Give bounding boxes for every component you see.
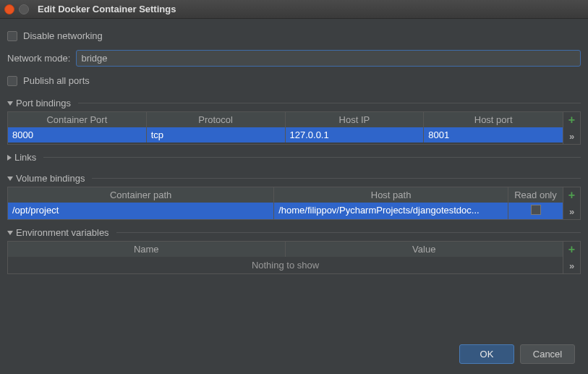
col-host-port: Host port <box>424 112 563 127</box>
cell-container-port: 8000 <box>8 127 147 143</box>
cell-host-port: 8001 <box>424 127 563 143</box>
env-vars-title: Environment variables <box>16 227 109 238</box>
disable-networking-label: Disable networking <box>23 30 103 41</box>
volume-bindings-title: Volume bindings <box>16 173 85 184</box>
window-title: Edit Docker Container Settings <box>38 4 176 14</box>
publish-all-ports-label: Publish all ports <box>23 75 90 86</box>
env-vars-empty: Nothing to show <box>8 257 563 273</box>
volume-bindings-add-button[interactable]: + <box>563 187 580 203</box>
more-icon: » <box>569 260 574 271</box>
table-row[interactable]: /opt/project /home/filippov/PycharmProje… <box>8 203 563 219</box>
disable-networking-checkbox[interactable] <box>7 31 17 41</box>
more-icon: » <box>569 206 574 217</box>
cell-protocol: tcp <box>147 127 286 143</box>
window-minimize-icon[interactable] <box>19 4 29 14</box>
port-bindings-header[interactable]: Port bindings <box>7 98 581 109</box>
title-bar: Edit Docker Container Settings <box>0 0 588 19</box>
read-only-checkbox[interactable] <box>531 205 541 215</box>
col-env-name: Name <box>8 242 286 257</box>
links-title: Links <box>14 152 36 163</box>
cell-host-path: /home/filippov/PycharmProjects/djangotes… <box>274 203 508 219</box>
chevron-down-icon <box>7 177 13 181</box>
chevron-down-icon <box>7 231 13 235</box>
plus-icon: + <box>568 114 575 127</box>
links-header[interactable]: Links <box>7 152 581 163</box>
table-row[interactable]: 8000 tcp 127.0.0.1 8001 <box>8 127 563 143</box>
col-host-path: Host path <box>274 187 508 203</box>
col-env-value: Value <box>286 242 563 257</box>
chevron-down-icon <box>7 101 13 106</box>
plus-icon: + <box>568 189 575 202</box>
cell-read-only <box>508 203 563 219</box>
volume-bindings-header[interactable]: Volume bindings <box>7 173 581 184</box>
volume-bindings-table: Container path Host path Read only /opt/… <box>7 187 563 220</box>
cancel-button[interactable]: Cancel <box>520 344 575 364</box>
env-vars-add-button[interactable]: + <box>563 242 580 258</box>
col-read-only: Read only <box>508 187 563 203</box>
env-vars-header[interactable]: Environment variables <box>7 227 581 238</box>
port-bindings-add-button[interactable]: + <box>563 112 580 128</box>
col-host-ip: Host IP <box>286 112 425 127</box>
col-container-path: Container path <box>8 187 274 203</box>
port-bindings-title: Port bindings <box>16 98 71 109</box>
ok-button[interactable]: OK <box>459 344 514 364</box>
port-bindings-more-button[interactable]: » <box>563 128 580 144</box>
window-close-icon[interactable] <box>4 4 14 14</box>
cell-container-path: /opt/project <box>8 203 274 219</box>
publish-all-ports-checkbox[interactable] <box>7 76 17 86</box>
volume-bindings-more-button[interactable]: » <box>563 203 580 219</box>
env-vars-more-button[interactable]: » <box>563 258 580 273</box>
col-protocol: Protocol <box>147 112 286 127</box>
plus-icon: + <box>568 243 575 256</box>
more-icon: » <box>569 131 574 142</box>
network-mode-label: Network mode: <box>7 53 70 64</box>
cell-host-ip: 127.0.0.1 <box>286 127 425 143</box>
port-bindings-table: Container Port Protocol Host IP Host por… <box>7 111 563 145</box>
chevron-right-icon <box>7 155 12 161</box>
network-mode-input[interactable] <box>76 50 581 67</box>
col-container-port: Container Port <box>8 112 147 127</box>
env-vars-table: Name Value Nothing to show <box>7 241 563 274</box>
